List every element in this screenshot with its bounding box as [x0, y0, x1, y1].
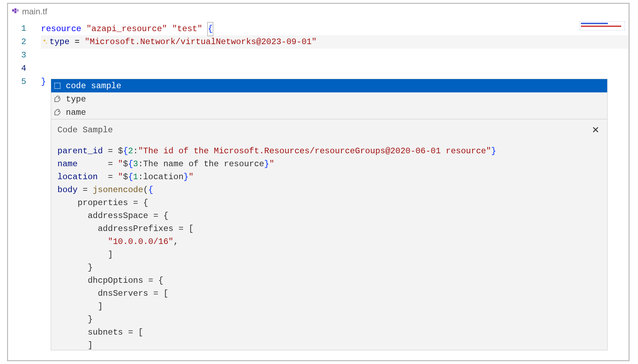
code-line[interactable]: type = "Microsoft.Network/virtualNetwork…	[41, 35, 629, 49]
terraform-icon	[12, 8, 19, 15]
line-gutter: 1 2 3 4 5	[8, 19, 41, 360]
svg-point-6	[58, 111, 59, 112]
string-type-value: "Microsoft.Network/virtualNetworks@2023-…	[85, 37, 317, 47]
suggestion-item-type[interactable]: type	[51, 92, 607, 106]
brace-open: {	[207, 22, 213, 36]
documentation-header: Code Sample ✕	[57, 123, 601, 137]
equals: =	[70, 37, 85, 47]
line-number: 2	[8, 35, 41, 49]
svg-rect-1	[14, 8, 16, 10]
documentation-panel: Code Sample ✕ parent_id = ${2:"The id of…	[51, 119, 608, 350]
line-number: 5	[8, 75, 41, 89]
snippet-icon	[53, 82, 62, 90]
svg-rect-4	[55, 83, 60, 89]
documentation-body: parent_id = ${2:"The id of the Microsoft…	[57, 145, 601, 350]
suggestion-label: type	[66, 94, 86, 104]
line-number: 1	[8, 22, 41, 35]
string-resource-name: "test"	[172, 24, 202, 34]
sparkle-icon	[41, 36, 49, 44]
tab-filename: main.tf	[22, 7, 47, 16]
close-icon: ✕	[592, 125, 599, 135]
svg-rect-2	[14, 11, 16, 13]
documentation-title: Code Sample	[57, 125, 113, 135]
property-icon	[53, 108, 62, 117]
file-tab[interactable]: main.tf	[12, 7, 47, 16]
minimap[interactable]	[580, 21, 625, 30]
code-line[interactable]	[41, 49, 629, 62]
attr-type: type	[49, 37, 70, 47]
code-line[interactable]	[41, 62, 629, 75]
line-number: 4	[8, 62, 41, 75]
code-line[interactable]: resource "azapi_resource" "test" {	[41, 22, 629, 35]
suggestion-item-code-sample[interactable]: code sample	[51, 79, 607, 92]
suggestion-item-name[interactable]: name	[51, 106, 607, 119]
svg-rect-3	[17, 9, 19, 11]
suggestion-popup[interactable]: code sample type name	[51, 79, 608, 119]
string-resource-type: "azapi_resource"	[86, 24, 167, 34]
svg-point-5	[58, 97, 59, 99]
brace-close: }	[41, 77, 46, 86]
line-number: 3	[8, 49, 41, 62]
suggestion-label: code sample	[66, 81, 121, 91]
suggestion-label: name	[66, 108, 86, 117]
close-button[interactable]: ✕	[590, 123, 601, 137]
editor-frame: main.tf 1 2 3 4 5 resource "azapi_resour…	[7, 3, 630, 361]
keyword-resource: resource	[41, 24, 81, 34]
property-icon	[53, 95, 62, 103]
tab-bar: main.tf	[8, 4, 629, 19]
svg-rect-0	[12, 9, 14, 11]
